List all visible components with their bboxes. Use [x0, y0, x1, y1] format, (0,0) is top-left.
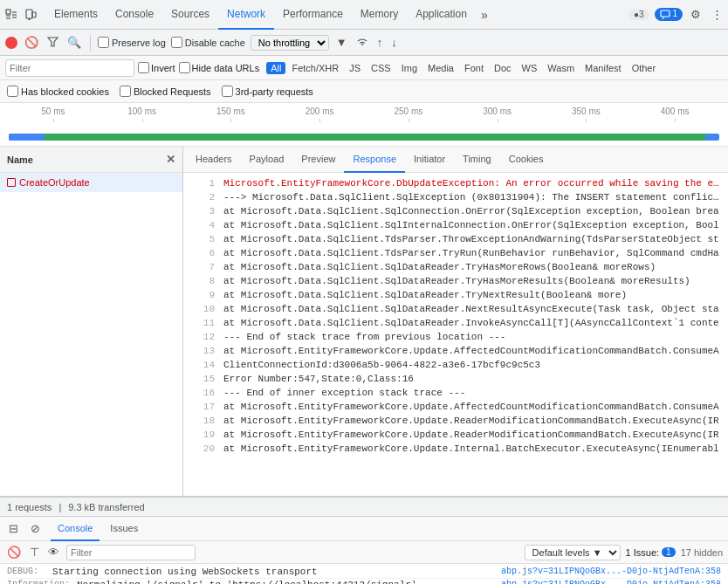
disable-cache-checkbox[interactable]: Disable cache: [171, 37, 245, 48]
timeline-ruler: 50 ms100 ms150 ms200 ms250 ms300 ms350 m…: [0, 103, 728, 116]
preserve-log-checkbox[interactable]: Preserve log: [98, 37, 166, 48]
filter-type-ws[interactable]: WS: [518, 62, 542, 74]
filter-type-wasm[interactable]: Wasm: [543, 62, 579, 74]
has-blocked-cookies-checkbox[interactable]: Has blocked cookies: [7, 86, 109, 97]
response-tab-preview[interactable]: Preview: [292, 147, 344, 173]
filter-icon[interactable]: [45, 34, 60, 52]
console-filter-input[interactable]: [66, 545, 196, 560]
filter-type-font[interactable]: Font: [460, 62, 488, 74]
svg-rect-9: [661, 10, 670, 17]
throttle-dropdown-icon[interactable]: ▼: [334, 34, 349, 51]
name-panel-close-icon[interactable]: ✕: [166, 153, 175, 166]
settings-icon[interactable]: ⚙: [688, 7, 704, 23]
device-icon[interactable]: [23, 7, 38, 23]
response-content[interactable]: 1Microsoft.EntityFrameworkCore.DbUpdateE…: [183, 173, 728, 496]
throttle-select[interactable]: No throttling: [251, 35, 329, 51]
console-top-icon[interactable]: ⊤: [28, 544, 41, 560]
disable-cache-input[interactable]: [171, 37, 182, 48]
table-row: 2 ---> Microsoft.Data.SqlClient.SqlExcep…: [183, 190, 728, 204]
line-text: at Microsoft.Data.SqlClient.TdsParser.Tr…: [223, 246, 719, 260]
filter-type-manifest[interactable]: Manifest: [580, 62, 626, 74]
third-party-label: 3rd-party requests: [236, 86, 313, 97]
tab-application[interactable]: Application: [407, 0, 476, 30]
record-button[interactable]: [5, 37, 17, 49]
line-text: Microsoft.EntityFrameworkCore.DbUpdateEx…: [223, 176, 721, 190]
line-text: at Microsoft.Data.SqlClient.SqlDataReade…: [223, 302, 719, 316]
response-tab-cookies[interactable]: Cookies: [500, 147, 553, 173]
search-icon[interactable]: 🔍: [65, 34, 83, 51]
filter-type-fetch/xhr[interactable]: Fetch/XHR: [287, 62, 343, 74]
has-blocked-cookies-input[interactable]: [7, 86, 18, 97]
tab-network[interactable]: Network: [218, 0, 274, 30]
ruler-mark: 350 ms: [542, 106, 631, 116]
wifi-icon[interactable]: [354, 34, 370, 51]
filter-type-all[interactable]: All: [266, 62, 285, 74]
filter-type-media[interactable]: Media: [423, 62, 458, 74]
blocked-requests-input[interactable]: [120, 86, 131, 97]
filter-type-other[interactable]: Other: [628, 62, 661, 74]
network-toolbar: 🚫 🔍 Preserve log Disable cache No thrott…: [0, 30, 728, 56]
line-number: 15: [190, 372, 215, 386]
tab-performance[interactable]: Performance: [274, 0, 352, 30]
line-text: at Microsoft.Data.SqlClient.TdsParser.Th…: [223, 232, 719, 246]
response-tab-headers[interactable]: Headers: [187, 147, 241, 173]
download-icon[interactable]: ↓: [389, 34, 399, 51]
upload-icon[interactable]: ↑: [375, 34, 385, 51]
tab-issues[interactable]: Issues: [103, 517, 145, 541]
preserve-log-input[interactable]: [98, 37, 109, 48]
response-tab-payload[interactable]: Payload: [241, 147, 293, 173]
filter-type-img[interactable]: Img: [397, 62, 422, 74]
name-panel: Name ✕ CreateOrUpdate: [0, 147, 183, 496]
inspect-icon[interactable]: [3, 7, 19, 23]
response-tab-initiator[interactable]: Initiator: [405, 147, 454, 173]
list-item: Information:Normalizing '/signalr' to 'h…: [7, 579, 721, 584]
line-number: 8: [190, 274, 215, 288]
list-item[interactable]: CreateOrUpdate: [0, 173, 182, 192]
svg-marker-11: [48, 38, 58, 46]
invert-input[interactable]: [138, 62, 149, 73]
console-entry-link[interactable]: abp.js?v=31LIPNQoGBx...-D0jo-NtjAdTenA:3…: [501, 580, 721, 584]
more-icon[interactable]: ⋮: [709, 7, 725, 23]
blocked-requests-checkbox[interactable]: Blocked Requests: [120, 86, 211, 97]
line-text: at Microsoft.EntityFrameworkCore.Update.…: [223, 414, 719, 428]
third-party-checkbox[interactable]: 3rd-party requests: [222, 86, 313, 97]
invert-checkbox[interactable]: Invert: [138, 62, 175, 73]
tab-elements[interactable]: Elements: [45, 0, 106, 30]
third-party-input[interactable]: [222, 86, 233, 97]
line-text: at Microsoft.EntityFrameworkCore.Update.…: [223, 400, 719, 414]
console-clear-icon[interactable]: 🚫: [5, 544, 23, 560]
tab-console[interactable]: Console: [106, 0, 162, 30]
table-row: 7 at Microsoft.Data.SqlClient.SqlDataRea…: [183, 260, 728, 274]
hide-data-urls-input[interactable]: [179, 62, 190, 73]
response-tab-response[interactable]: Response: [344, 147, 405, 173]
request-error-icon: [7, 178, 16, 187]
line-number: 18: [190, 414, 215, 428]
tab-sources[interactable]: Sources: [162, 0, 218, 30]
tab-console-bottom[interactable]: Console: [51, 517, 100, 541]
console-expand-icon[interactable]: ⊟: [7, 520, 20, 537]
tab-more-icon[interactable]: »: [476, 8, 493, 22]
filter-type-js[interactable]: JS: [345, 62, 365, 74]
hidden-count: 17 hidden: [681, 547, 723, 558]
table-row: 16 --- End of inner exception stack trac…: [183, 386, 728, 400]
tab-memory[interactable]: Memory: [352, 0, 407, 30]
line-number: 6: [190, 246, 215, 260]
filter-row: Invert Hide data URLs AllFetch/XHRJSCSSI…: [0, 56, 728, 80]
filter-type-css[interactable]: CSS: [367, 62, 395, 74]
disable-cache-label: Disable cache: [185, 38, 245, 48]
line-number: 1: [190, 176, 215, 190]
response-tab-timing[interactable]: Timing: [454, 147, 500, 173]
line-text: ClientConnectionId:d3006a5b-9064-4822-a3…: [223, 358, 540, 372]
hide-data-urls-checkbox[interactable]: Hide data URLs: [179, 62, 260, 73]
line-number: 12: [190, 330, 215, 344]
console-eye-icon[interactable]: 👁: [46, 544, 61, 560]
table-row: 4 at Microsoft.Data.SqlClient.SqlInterna…: [183, 218, 728, 232]
clear-icon[interactable]: 🚫: [23, 34, 40, 51]
console-entry-label: Information:: [7, 580, 70, 584]
console-entry-link[interactable]: abp.js?v=31LIPNQoGBx...-D0jo-NtjAdTenA:3…: [501, 567, 721, 576]
filter-input[interactable]: [5, 59, 134, 77]
console-stop-icon[interactable]: ⊘: [29, 520, 42, 537]
filter-type-doc[interactable]: Doc: [490, 62, 516, 74]
line-number: 16: [190, 386, 215, 400]
default-levels-select[interactable]: Default levels ▼: [525, 545, 621, 560]
